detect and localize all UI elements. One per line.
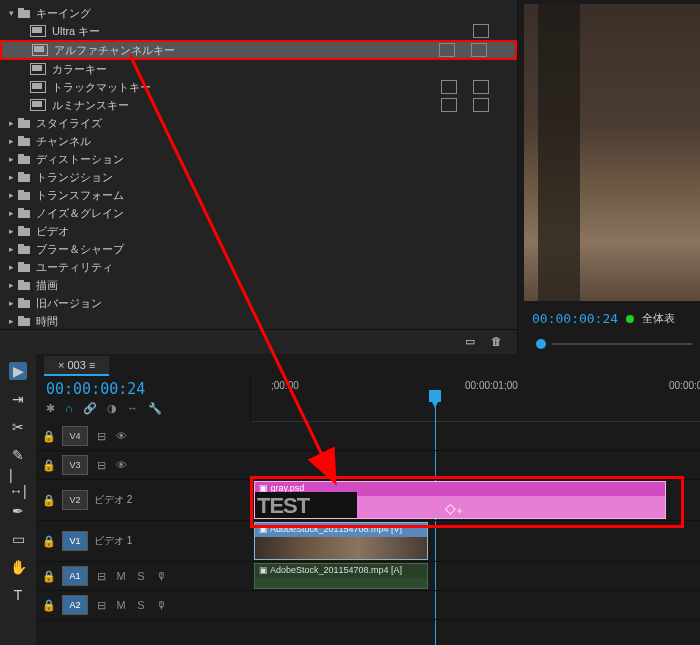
folder-blur-sharpen[interactable]: ▸ブラー＆シャープ: [0, 240, 517, 258]
ruler-tick: 00:00:01;00: [465, 380, 518, 391]
mic-icon[interactable]: 🎙: [154, 598, 168, 612]
track-a2-header[interactable]: 🔒A2⊟MS🎙: [36, 591, 250, 620]
lane-a1[interactable]: ▣ AdobeStock_201154708.mp4 [A]: [250, 562, 700, 591]
wrench-icon[interactable]: 🔧: [148, 402, 162, 415]
effects-toolbar: ▭ 🗑: [0, 329, 517, 354]
sequence-tab[interactable]: × 003 ≡: [44, 356, 109, 376]
folder-icon: [18, 208, 30, 218]
fit-label[interactable]: 全体表: [642, 311, 675, 326]
lock-icon[interactable]: 🔒: [42, 598, 56, 612]
track-badge[interactable]: V1: [62, 531, 88, 551]
folder-keying[interactable]: ▾ キーイング: [0, 4, 517, 22]
lock-icon[interactable]: 🔒: [42, 458, 56, 472]
link-toggle[interactable]: 🔗: [83, 402, 97, 415]
sync-toggle[interactable]: ↔: [127, 402, 138, 415]
lock-icon[interactable]: 🔒: [42, 534, 56, 548]
preview-scrubber[interactable]: [524, 334, 700, 354]
expand-icon[interactable]: ▸: [6, 190, 16, 200]
track-badge[interactable]: V4: [62, 426, 88, 446]
toggle-output-icon[interactable]: ⊟: [94, 598, 108, 612]
scrub-track[interactable]: [552, 343, 692, 345]
expand-icon[interactable]: ▸: [6, 172, 16, 182]
pen-tool[interactable]: ✒: [9, 502, 27, 520]
folder-stylize[interactable]: ▸スタイライズ: [0, 114, 517, 132]
eye-icon[interactable]: 👁: [114, 429, 128, 443]
folder-icon: [18, 226, 30, 236]
folder-time[interactable]: ▸時間: [0, 312, 517, 329]
preview-image[interactable]: [524, 4, 700, 301]
marker-toggle[interactable]: ◑: [107, 402, 117, 415]
track-badge[interactable]: A1: [62, 566, 88, 586]
track-v2-header[interactable]: 🔒V2ビデオ 2: [36, 480, 250, 521]
selection-tool[interactable]: ▶: [9, 362, 27, 380]
badge-icon: [441, 98, 457, 112]
track-badge[interactable]: A2: [62, 595, 88, 615]
magnet-toggle[interactable]: ∩: [65, 402, 73, 415]
preset-alpha-channel-key[interactable]: アルファチャンネルキー: [0, 40, 517, 60]
folder-channel[interactable]: ▸チャンネル: [0, 132, 517, 150]
folder-distortion[interactable]: ▸ディストーション: [0, 150, 517, 168]
expand-icon[interactable]: ▸: [6, 280, 16, 290]
track-lanes[interactable]: ▣ gray.psd TEST ◇₊ ▣ AdobeStock_20115470…: [250, 422, 700, 620]
folder-transform[interactable]: ▸トランスフォーム: [0, 186, 517, 204]
folder-icon: [18, 154, 30, 164]
expand-icon[interactable]: ▸: [6, 226, 16, 236]
solo-button[interactable]: S: [134, 569, 148, 583]
expand-icon[interactable]: ▸: [6, 244, 16, 254]
track-select-tool[interactable]: ⇥: [9, 390, 27, 408]
expand-icon[interactable]: ▸: [6, 298, 16, 308]
new-bin-icon[interactable]: ▭: [465, 335, 479, 349]
type-tool[interactable]: T: [9, 586, 27, 604]
lane-a2[interactable]: [250, 591, 700, 620]
lock-icon[interactable]: 🔒: [42, 493, 56, 507]
preset-icon: [30, 81, 46, 93]
track-badge[interactable]: V3: [62, 455, 88, 475]
preview-timecode[interactable]: 00:00:00:24: [532, 311, 618, 326]
lock-icon[interactable]: 🔒: [42, 429, 56, 443]
eye-icon[interactable]: 👁: [114, 458, 128, 472]
badge-icon: [441, 80, 457, 94]
time-ruler[interactable]: ;00:00 00:00:01;00 00:00:02;00: [251, 376, 700, 422]
razor-tool[interactable]: ✎: [9, 446, 27, 464]
expand-icon[interactable]: ▸: [6, 154, 16, 164]
preset-color-key[interactable]: カラーキー: [0, 60, 517, 78]
preset-luminance-key[interactable]: ルミナンスキー: [0, 96, 517, 114]
trash-icon[interactable]: 🗑: [491, 335, 505, 349]
expand-icon[interactable]: ▸: [6, 262, 16, 272]
track-v3-header[interactable]: 🔒V3⊟👁: [36, 451, 250, 480]
preset-ultra-key[interactable]: Ultra キー: [0, 22, 517, 40]
toggle-output-icon[interactable]: ⊟: [94, 569, 108, 583]
track-a1-header[interactable]: 🔒A1⊟MS🎙: [36, 562, 250, 591]
toggle-output-icon[interactable]: ⊟: [94, 458, 108, 472]
timeline-timecode[interactable]: 00:00:00:24: [36, 376, 250, 400]
folder-noise-grain[interactable]: ▸ノイズ＆グレイン: [0, 204, 517, 222]
track-v4-header[interactable]: 🔒V4⊟👁: [36, 422, 250, 451]
playhead-icon[interactable]: [536, 339, 546, 349]
toggle-output-icon[interactable]: ⊟: [94, 429, 108, 443]
snap-toggle[interactable]: ✱: [46, 402, 55, 415]
rectangle-tool[interactable]: ▭: [9, 530, 27, 548]
collapse-icon[interactable]: ▾: [6, 8, 16, 18]
folder-transition[interactable]: ▸トランジション: [0, 168, 517, 186]
slip-tool[interactable]: |↔|: [9, 474, 27, 492]
expand-icon[interactable]: ▸: [6, 316, 16, 326]
track-v1-header[interactable]: 🔒V1ビデオ 1: [36, 521, 250, 562]
expand-icon[interactable]: ▸: [6, 118, 16, 128]
preset-track-matte-key[interactable]: トラックマットキー: [0, 78, 517, 96]
expand-icon[interactable]: ▸: [6, 208, 16, 218]
folder-video[interactable]: ▸ビデオ: [0, 222, 517, 240]
folder-legacy[interactable]: ▸旧バージョン: [0, 294, 517, 312]
lane-v4[interactable]: [250, 422, 700, 451]
expand-icon[interactable]: ▸: [6, 136, 16, 146]
solo-button[interactable]: S: [134, 598, 148, 612]
folder-utility[interactable]: ▸ユーティリティ: [0, 258, 517, 276]
ripple-edit-tool[interactable]: ✂: [9, 418, 27, 436]
hand-tool[interactable]: ✋: [9, 558, 27, 576]
folder-draw[interactable]: ▸描画: [0, 276, 517, 294]
lock-icon[interactable]: 🔒: [42, 569, 56, 583]
mute-button[interactable]: M: [114, 569, 128, 583]
track-badge[interactable]: V2: [62, 490, 88, 510]
clip-audio[interactable]: ▣ AdobeStock_201154708.mp4 [A]: [254, 563, 428, 589]
mute-button[interactable]: M: [114, 598, 128, 612]
mic-icon[interactable]: 🎙: [154, 569, 168, 583]
